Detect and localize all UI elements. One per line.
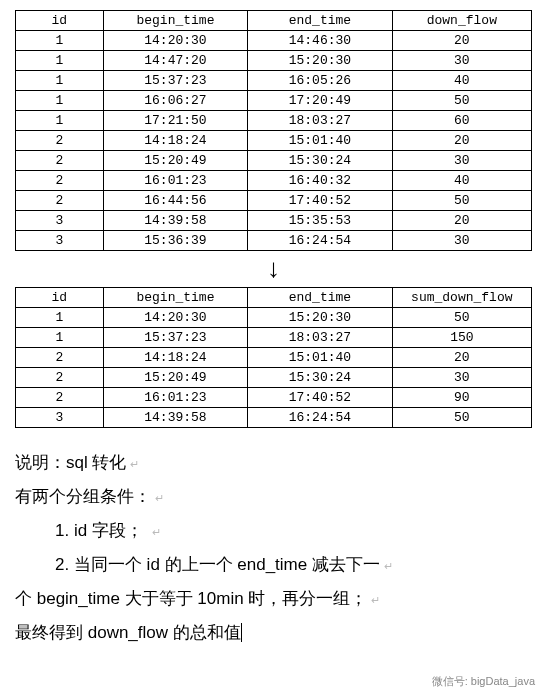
text-line: 最终得到 down_flow 的总和值 [15,616,532,650]
table-cell: 15:20:49 [103,151,247,171]
footer-watermark: 微信号: bigData_java [432,674,535,689]
table-cell: 16:44:56 [103,191,247,211]
table-row: 116:06:2717:20:4950 [16,91,532,111]
table-cell: 1 [16,71,104,91]
table-cell: 14:18:24 [103,131,247,151]
table-row: 114:20:3014:46:3020 [16,31,532,51]
table-cell: 15:20:49 [103,368,247,388]
text-line: 个 begin_time 大于等于 10min 时，再分一组；↵ [15,582,532,616]
table-cell: 2 [16,131,104,151]
table-cell: 16:24:54 [248,231,392,251]
table-cell: 15:37:23 [103,328,247,348]
table-cell: 150 [392,328,531,348]
table-cell: 15:20:30 [248,51,392,71]
table-cell: 60 [392,111,531,131]
col-begin-time: begin_time [103,288,247,308]
table-cell: 50 [392,308,531,328]
table-cell: 16:24:54 [248,408,392,428]
table-cell: 14:20:30 [103,308,247,328]
table-row: 114:20:3015:20:3050 [16,308,532,328]
table-cell: 16:06:27 [103,91,247,111]
arrow-down-icon: ↓ [15,251,532,287]
table-cell: 40 [392,71,531,91]
table-cell: 1 [16,51,104,71]
table-cell: 1 [16,328,104,348]
table-cell: 40 [392,171,531,191]
explanation-text: 说明：sql 转化↵ 有两个分组条件：↵ 1. id 字段； ↵ 2. 当同一个… [15,446,532,650]
table-cell: 14:18:24 [103,348,247,368]
col-sum-down-flow: sum_down_flow [392,288,531,308]
table-cell: 16:01:23 [103,171,247,191]
table-row: 314:39:5815:35:5320 [16,211,532,231]
table-cell: 20 [392,348,531,368]
table-cell: 2 [16,151,104,171]
col-end-time: end_time [248,11,392,31]
table-cell: 1 [16,91,104,111]
input-table: id begin_time end_time down_flow 114:20:… [15,10,532,251]
table-row: 216:01:2317:40:5290 [16,388,532,408]
table-cell: 14:20:30 [103,31,247,51]
table-cell: 16:40:32 [248,171,392,191]
table-cell: 30 [392,368,531,388]
col-id: id [16,11,104,31]
table-cell: 20 [392,211,531,231]
table-cell: 3 [16,408,104,428]
text-line: 2. 当同一个 id 的上一个 end_time 减去下一↵ [15,548,532,582]
table-cell: 14:39:58 [103,211,247,231]
table-cell: 90 [392,388,531,408]
table-cell: 2 [16,191,104,211]
table-cell: 1 [16,31,104,51]
text-line: 有两个分组条件：↵ [15,480,532,514]
table-cell: 1 [16,111,104,131]
table-cell: 17:40:52 [248,191,392,211]
table-cell: 30 [392,231,531,251]
table-row: 215:20:4915:30:2430 [16,368,532,388]
table-cell: 14:46:30 [248,31,392,51]
table-row: 215:20:4915:30:2430 [16,151,532,171]
table-cell: 18:03:27 [248,328,392,348]
table-row: 314:39:5816:24:5450 [16,408,532,428]
table-cell: 16:05:26 [248,71,392,91]
table-header-row: id begin_time end_time sum_down_flow [16,288,532,308]
table-cell: 15:35:53 [248,211,392,231]
table-row: 117:21:5018:03:2760 [16,111,532,131]
table-cell: 2 [16,348,104,368]
table-cell: 15:30:24 [248,151,392,171]
table-cell: 50 [392,191,531,211]
table-row: 315:36:3916:24:5430 [16,231,532,251]
table-cell: 14:39:58 [103,408,247,428]
table-cell: 16:01:23 [103,388,247,408]
table-row: 115:37:2316:05:2640 [16,71,532,91]
col-id: id [16,288,104,308]
table-row: 216:01:2316:40:3240 [16,171,532,191]
table-cell: 30 [392,51,531,71]
col-end-time: end_time [248,288,392,308]
table-cell: 20 [392,131,531,151]
table-cell: 18:03:27 [248,111,392,131]
table-cell: 2 [16,368,104,388]
table-cell: 17:40:52 [248,388,392,408]
table-cell: 3 [16,211,104,231]
table-cell: 1 [16,308,104,328]
table-cell: 3 [16,231,104,251]
table-cell: 15:01:40 [248,348,392,368]
table-cell: 20 [392,31,531,51]
col-begin-time: begin_time [103,11,247,31]
table-cell: 15:30:24 [248,368,392,388]
table-cell: 2 [16,171,104,191]
table-row: 115:37:2318:03:27150 [16,328,532,348]
table-row: 216:44:5617:40:5250 [16,191,532,211]
table-row: 114:47:2015:20:3030 [16,51,532,71]
table-cell: 50 [392,408,531,428]
table-cell: 30 [392,151,531,171]
table-cell: 15:20:30 [248,308,392,328]
table-cell: 15:01:40 [248,131,392,151]
table-cell: 17:20:49 [248,91,392,111]
table-cell: 17:21:50 [103,111,247,131]
table-cell: 2 [16,388,104,408]
table-cell: 14:47:20 [103,51,247,71]
table-header-row: id begin_time end_time down_flow [16,11,532,31]
table-cell: 15:36:39 [103,231,247,251]
table-row: 214:18:2415:01:4020 [16,348,532,368]
text-line: 说明：sql 转化↵ [15,446,532,480]
